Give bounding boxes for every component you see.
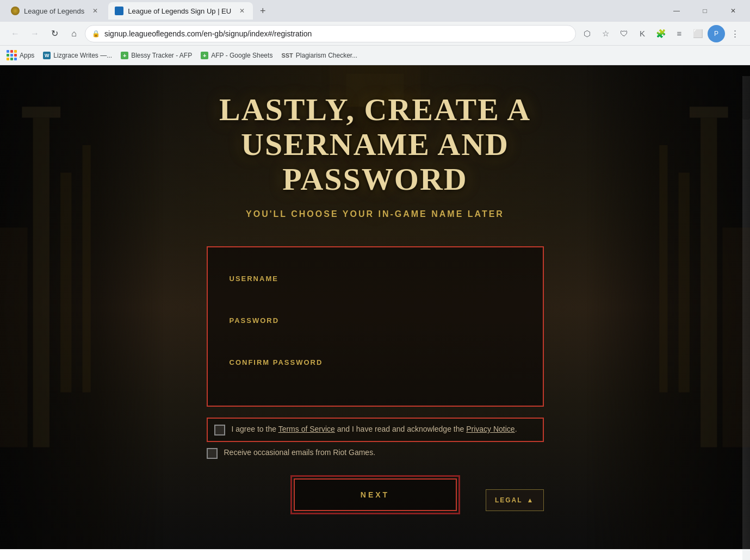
tos-label: I agree to the Terms of Service and I ha… [232, 424, 517, 435]
password-field: PASSWORD [230, 306, 521, 347]
button-area: NEXT LEGAL ▲ [207, 478, 544, 511]
lock-icon: 🔒 [92, 30, 100, 38]
bookmarks-bar: Apps W Lizgrace Writes —... + Blessy Tra… [0, 46, 750, 65]
forward-button[interactable]: → [26, 25, 44, 42]
tos-row: I agree to the Terms of Service and I ha… [207, 418, 544, 442]
registration-form: USERNAME PASSWORD CONFIRM PASSWORD [207, 246, 544, 407]
tab-2[interactable]: League of Legends Sign Up | EU ✕ [108, 2, 253, 20]
confirm-password-field: CONFIRM PASSWORD [230, 347, 521, 389]
bookmark-afp-label: AFP - Google Sheets [211, 52, 272, 59]
bookmark-plagiarism[interactable]: SST Plagiarism Checker... [281, 52, 357, 59]
confirm-password-label: CONFIRM PASSWORD [230, 358, 521, 366]
bookmark-lizgrace[interactable]: W Lizgrace Writes —... [43, 52, 112, 59]
split-view-button[interactable]: ⬜ [689, 25, 706, 42]
legal-button[interactable]: LEGAL ▲ [486, 489, 544, 511]
browser-ext-1[interactable]: K [634, 25, 651, 42]
bookmark-apps[interactable]: Apps [7, 50, 34, 60]
window-controls: ― □ ✕ [664, 3, 746, 19]
wordpress-icon: W [43, 52, 51, 59]
page-content: LASTLY, CREATE A USERNAME AND PASSWORD Y… [0, 65, 750, 549]
password-label: PASSWORD [230, 316, 521, 325]
bookmark-button[interactable]: ☆ [597, 25, 614, 42]
bookmark-plagiarism-label: Plagiarism Checker... [296, 52, 357, 59]
emails-checkbox[interactable] [207, 448, 218, 459]
title-bar: League of Legends ✕ League of Legends Si… [0, 0, 750, 22]
password-input[interactable] [230, 325, 521, 340]
privacy-notice-link[interactable]: Privacy Notice [466, 425, 515, 433]
bookmark-apps-label: Apps [20, 52, 34, 59]
emails-row: Receive occasional emails from Riot Game… [207, 442, 544, 464]
blessy-icon: + [121, 52, 128, 59]
apps-icon [7, 50, 17, 60]
new-tab-button[interactable]: + [255, 3, 270, 18]
afp-icon: + [201, 52, 208, 59]
checkbox-area: I agree to the Terms of Service and I ha… [207, 418, 544, 464]
tab2-label: League of Legends Sign Up | EU [128, 7, 231, 15]
sst-icon: SST [281, 52, 293, 59]
back-button[interactable]: ← [7, 25, 24, 42]
tos-checkbox[interactable] [214, 425, 225, 435]
page-subtitle: YOU'LL CHOOSE YOUR IN-GAME NAME LATER [246, 209, 504, 219]
username-label: USERNAME [230, 275, 521, 283]
tab-strip: League of Legends ✕ League of Legends Si… [4, 2, 270, 20]
tab1-favicon [11, 7, 20, 15]
tab2-favicon [115, 7, 123, 15]
media-button[interactable]: ≡ [671, 25, 688, 42]
username-input[interactable] [230, 283, 521, 298]
bookmark-lizgrace-label: Lizgrace Writes —... [53, 52, 112, 59]
home-button[interactable]: ⌂ [65, 25, 83, 42]
navigation-bar: ← → ↻ ⌂ 🔒 signup.leagueoflegends.com/en-… [0, 22, 750, 46]
extensions-button[interactable]: 🧩 [652, 25, 670, 42]
username-field: USERNAME [230, 264, 521, 306]
tab1-label: League of Legends [24, 7, 84, 15]
tab1-close-icon[interactable]: ✕ [91, 7, 100, 15]
confirm-password-input[interactable] [230, 366, 521, 382]
next-button[interactable]: NEXT [294, 478, 457, 511]
nav-right-buttons: ⬡ ☆ 🛡 K 🧩 ≡ ⬜ P ⋮ [578, 25, 743, 42]
content-area: LASTLY, CREATE A USERNAME AND PASSWORD Y… [0, 65, 750, 511]
tab2-close-icon[interactable]: ✕ [238, 7, 246, 15]
refresh-button[interactable]: ↻ [46, 25, 63, 42]
minimize-button[interactable]: ― [664, 3, 689, 19]
close-button[interactable]: ✕ [721, 3, 746, 19]
legal-button-label: LEGAL [495, 496, 523, 504]
emails-label: Receive occasional emails from Riot Game… [224, 447, 376, 458]
menu-button[interactable]: ⋮ [726, 25, 743, 42]
bookmark-blessy[interactable]: + Blessy Tracker - AFP [121, 52, 192, 59]
url-text: signup.leagueoflegends.com/en-gb/signup/… [104, 29, 312, 38]
url-bar[interactable]: 🔒 signup.leagueoflegends.com/en-gb/signu… [85, 25, 576, 42]
shield-icon[interactable]: 🛡 [615, 25, 633, 42]
bookmark-blessy-label: Blessy Tracker - AFP [131, 52, 192, 59]
tab-1[interactable]: League of Legends ✕ [4, 2, 106, 20]
terms-of-service-link[interactable]: Terms of Service [278, 425, 335, 433]
maximize-button[interactable]: □ [692, 3, 717, 19]
profile-button[interactable]: P [708, 25, 725, 42]
cast-button[interactable]: ⬡ [578, 25, 596, 42]
bookmark-afp[interactable]: + AFP - Google Sheets [201, 52, 272, 59]
legal-button-icon: ▲ [527, 496, 535, 504]
page-title: LASTLY, CREATE A USERNAME AND PASSWORD [131, 92, 620, 196]
